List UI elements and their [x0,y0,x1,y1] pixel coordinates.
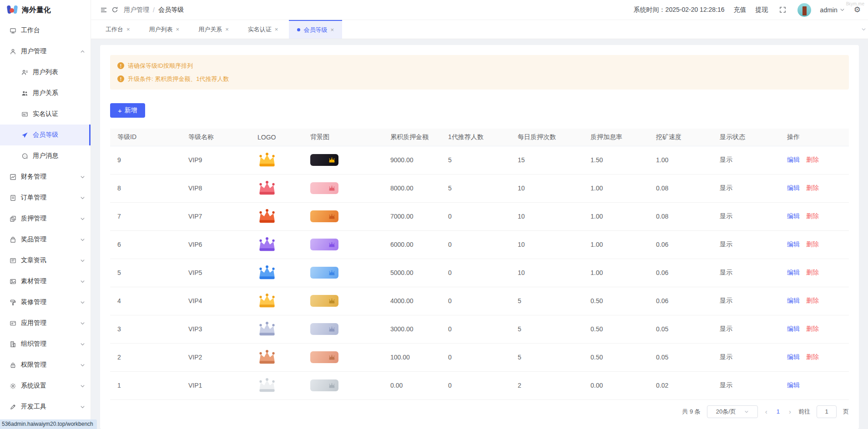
edit-link[interactable]: 编辑 [787,156,800,163]
cell-actions: 编辑删除 [780,146,849,174]
close-icon[interactable]: × [225,26,229,33]
table-body: 9VIP9 9000.005151.501.00显示编辑删除8VIP8 8000… [110,146,849,399]
tab-用户列表[interactable]: 用户列表× [141,20,188,39]
sidebar-item-权限管理[interactable]: 权限管理 [0,354,91,375]
sidebar-item-应用管理[interactable]: 应用管理 [0,313,91,334]
prev-page-button[interactable]: ‹ [764,408,768,415]
delete-link[interactable]: 删除 [806,297,819,304]
collapse-sidebar-icon[interactable] [98,5,109,15]
page-number-current[interactable]: 1 [775,408,782,415]
tab-会员等级[interactable]: 会员等级× [289,20,342,39]
cell-level-name: VIP4 [181,287,250,315]
fullscreen-icon[interactable] [777,5,788,15]
delete-link[interactable]: 删除 [806,212,819,219]
sidebar-item-会员等级[interactable]: 会员等级 [0,125,91,145]
alert-message: !请确保等级ID按顺序排列 [117,59,842,72]
cell-level-name: VIP3 [181,315,250,343]
delete-link[interactable]: 删除 [806,240,819,248]
sidebar-item-文章资讯[interactable]: 文章资讯 [0,250,91,271]
refresh-icon[interactable] [109,5,120,15]
cell-rate: 1.00 [583,174,649,202]
sidebar-item-用户消息[interactable]: 用户消息 [0,145,91,166]
sidebar-item-实名认证[interactable]: 实名认证 [0,104,91,125]
edit-link[interactable]: 编辑 [787,353,800,360]
cell-status: 显示 [712,146,780,174]
recharge-button[interactable]: 充值 [734,6,747,14]
gear-icon [9,382,16,389]
add-button[interactable]: + 新增 [110,103,145,118]
chevron-down-icon [80,175,85,180]
sidebar-item-素材管理[interactable]: 素材管理 [0,271,91,292]
tab-overflow-chevron-icon[interactable] [861,20,866,39]
edit-link[interactable]: 编辑 [787,184,800,191]
sidebar-item-装修管理[interactable]: 装修管理 [0,292,91,313]
close-icon[interactable]: × [176,26,180,33]
sidebar-item-奖品管理[interactable]: 奖品管理 [0,229,91,250]
sidebar-item-订单管理[interactable]: 订单管理 [0,187,91,208]
tab-工作台[interactable]: 工作台× [97,20,138,39]
cell-rate: 1.00 [583,230,649,259]
column-header-质押加息率: 质押加息率 [583,129,649,146]
delete-link[interactable]: 删除 [806,325,819,332]
cell-daily-times: 15 [510,146,583,174]
cell-daily-times: 5 [510,343,583,371]
image-icon [9,278,16,285]
edit-link[interactable]: 编辑 [787,297,800,304]
sidebar-item-开发工具[interactable]: 开发工具 [0,396,91,417]
cell-actions: 编辑 [780,371,849,399]
table-header-row: 等级ID等级名称LOGO背景图累积质押金额1代推荐人数每日质押次数质押加息率挖矿… [110,129,849,146]
close-icon[interactable]: × [126,26,130,33]
tab-实名认证[interactable]: 实名认证× [240,20,287,39]
delete-link[interactable]: 删除 [806,269,819,276]
cell-refs: 0 [441,230,510,259]
sidebar-item-工作台[interactable]: 工作台 [0,20,91,41]
sidebar-item-label: 文章资讯 [21,256,80,264]
sidebar-item-用户关系[interactable]: 用户关系 [0,83,91,104]
goto-label: 前往 [798,408,810,416]
chevron-down-icon [80,404,85,409]
chevron-down-icon [861,27,866,32]
breadcrumb-item[interactable]: 用户管理 [124,6,149,14]
chevron-down-icon [80,321,85,326]
delete-link[interactable]: 删除 [806,156,819,163]
chevron-down-icon [80,216,85,221]
withdraw-button[interactable]: 提现 [756,6,768,14]
cell-background [303,343,383,371]
edit-link[interactable]: 编辑 [787,381,800,389]
edit-link[interactable]: 编辑 [787,240,800,248]
delete-link[interactable]: 删除 [806,353,819,360]
avatar[interactable] [797,3,811,17]
lock-icon [9,361,16,369]
page-size-select[interactable]: 20条/页 [707,405,758,418]
sidebar-item-质押管理[interactable]: 质押管理 [0,208,91,229]
chevron-down-icon [80,384,85,389]
delete-link[interactable]: 删除 [806,184,819,191]
sidebar-item-用户管理[interactable]: 用户管理 [0,41,91,62]
crown-icon [328,354,335,360]
cell-status: 显示 [712,287,780,315]
sidebar-item-财务管理[interactable]: 财务管理 [0,166,91,187]
crown-icon [328,242,335,247]
cell-level-id: 2 [110,343,181,371]
tab-用户关系[interactable]: 用户关系× [190,20,237,39]
sidebar-item-用户列表[interactable]: 用户列表 [0,62,91,83]
edit-link[interactable]: 编辑 [787,212,800,219]
next-page-button[interactable]: › [788,408,792,415]
settings-gear-icon[interactable]: ⚙ [854,6,861,14]
crown-icon [257,152,277,167]
close-icon[interactable]: × [275,26,278,33]
sidebar-item-组织管理[interactable]: 组织管理 [0,334,91,354]
cell-rate: 0.50 [583,315,649,343]
close-icon[interactable]: × [330,26,334,33]
cell-level-id: 5 [110,259,181,287]
sidebar-item-label: 质押管理 [21,214,80,223]
goto-page-input[interactable] [817,405,837,418]
crown-icon [328,298,335,304]
sidebar-item-系统设置[interactable]: 系统设置 [0,375,91,396]
cell-level-id: 6 [110,230,181,259]
cell-background [303,259,383,287]
user-menu[interactable]: admin [820,6,845,14]
edit-link[interactable]: 编辑 [787,325,800,332]
edit-link[interactable]: 编辑 [787,269,800,276]
chevron-down-icon [80,258,85,263]
